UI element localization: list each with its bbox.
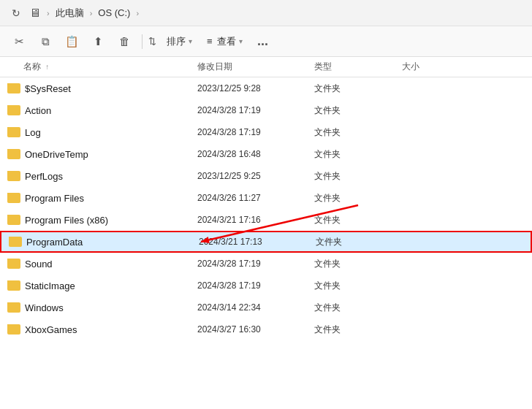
sort-up-icon: ⇅ bbox=[148, 36, 156, 47]
file-type-cell: 文件夹 bbox=[314, 280, 402, 292]
back-icon[interactable]: ↻ bbox=[9, 6, 23, 20]
file-date-cell: 2024/3/28 17:19 bbox=[197, 105, 314, 115]
breadcrumb: › 此电脑 › OS (C:) › bbox=[47, 5, 139, 21]
paste-btn[interactable]: 📋 bbox=[60, 31, 83, 53]
file-date-cell: 2023/12/25 9:25 bbox=[197, 171, 314, 181]
table-row[interactable]: Windows 2024/3/14 22:34 文件夹 bbox=[0, 297, 532, 318]
file-date-cell: 2023/12/25 9:28 bbox=[197, 83, 314, 93]
more-btn[interactable]: ... bbox=[251, 31, 275, 53]
folder-icon bbox=[7, 259, 20, 269]
table-row[interactable]: ProgramData 2024/3/21 17:13 文件夹 bbox=[0, 231, 532, 253]
folder-icon bbox=[7, 280, 20, 291]
file-type-cell: 文件夹 bbox=[314, 302, 402, 314]
breadcrumb-this-pc[interactable]: 此电脑 bbox=[53, 5, 87, 21]
folder-icon bbox=[7, 105, 20, 115]
file-type-cell: 文件夹 bbox=[314, 148, 402, 161]
file-date-cell: 2024/3/28 16:48 bbox=[197, 149, 314, 159]
file-name-cell: PerfLogs bbox=[7, 171, 197, 182]
file-type-cell: 文件夹 bbox=[314, 214, 402, 226]
column-header: 名称 ↑ 修改日期 类型 大小 bbox=[0, 57, 532, 77]
toolbar: ✂ ⧉ 📋 ⬆ 🗑 ⇅ 排序 ▾ ≡ 查看 ▾ ... bbox=[0, 26, 532, 57]
table-row[interactable]: $SysReset 2023/12/25 9:28 文件夹 bbox=[0, 77, 532, 99]
col-size-header[interactable]: 大小 bbox=[402, 61, 460, 73]
folder-icon bbox=[7, 171, 20, 181]
table-row[interactable]: Action 2024/3/28 17:19 文件夹 bbox=[0, 99, 532, 121]
col-name-header[interactable]: 名称 ↑ bbox=[7, 61, 197, 73]
file-name-cell: ProgramData bbox=[9, 237, 199, 248]
folder-icon bbox=[7, 302, 20, 313]
file-name-cell: Windows bbox=[7, 302, 197, 313]
file-type-cell: 文件夹 bbox=[314, 104, 402, 117]
folder-icon bbox=[7, 83, 20, 93]
file-type-cell: 文件夹 bbox=[314, 170, 402, 183]
folder-icon bbox=[7, 193, 20, 203]
file-name-cell: Log bbox=[7, 127, 197, 138]
col-type-header[interactable]: 类型 bbox=[314, 61, 402, 73]
file-date-cell: 2024/3/21 17:16 bbox=[197, 215, 314, 225]
file-type-cell: 文件夹 bbox=[314, 192, 402, 204]
folder-icon bbox=[7, 127, 20, 137]
table-row[interactable]: Sound 2024/3/28 17:19 文件夹 bbox=[0, 253, 532, 275]
file-date-cell: 2024/3/21 17:13 bbox=[199, 237, 316, 247]
file-type-cell: 文件夹 bbox=[316, 236, 403, 248]
table-row[interactable]: XboxGames 2024/3/27 16:30 文件夹 bbox=[0, 318, 532, 340]
col-date-header[interactable]: 修改日期 bbox=[197, 61, 314, 73]
file-date-cell: 2024/3/26 11:27 bbox=[197, 193, 314, 203]
file-type-cell: 文件夹 bbox=[314, 126, 402, 139]
table-row[interactable]: PerfLogs 2023/12/25 9:25 文件夹 bbox=[0, 165, 532, 187]
file-name-cell: XboxGames bbox=[7, 324, 197, 335]
folder-icon bbox=[7, 149, 20, 159]
sort-btn[interactable]: 排序 ▾ bbox=[161, 32, 198, 51]
file-name-cell: $SysReset bbox=[7, 83, 197, 94]
file-date-cell: 2024/3/14 22:34 bbox=[197, 302, 314, 313]
file-name-cell: Program Files bbox=[7, 193, 197, 204]
copy-btn[interactable]: ⧉ bbox=[34, 31, 57, 53]
folder-icon bbox=[7, 324, 20, 335]
file-name-cell: StaticImage bbox=[7, 280, 197, 291]
delete-btn[interactable]: 🗑 bbox=[113, 31, 136, 53]
file-type-cell: 文件夹 bbox=[314, 83, 402, 95]
table-row[interactable]: Log 2024/3/28 17:19 文件夹 bbox=[0, 121, 532, 143]
file-list: $SysReset 2023/12/25 9:28 文件夹 Action 202… bbox=[0, 77, 532, 409]
table-row[interactable]: StaticImage 2024/3/28 17:19 文件夹 bbox=[0, 275, 532, 297]
table-row[interactable]: Program Files (x86) 2024/3/21 17:16 文件夹 bbox=[0, 209, 532, 231]
file-name-cell: OneDriveTemp bbox=[7, 149, 197, 160]
share-btn[interactable]: ⬆ bbox=[86, 31, 110, 53]
file-date-cell: 2024/3/28 17:19 bbox=[197, 127, 314, 137]
table-row[interactable]: OneDriveTemp 2024/3/28 16:48 文件夹 bbox=[0, 143, 532, 165]
folder-icon bbox=[9, 237, 22, 247]
file-name-cell: Program Files (x86) bbox=[7, 215, 197, 226]
file-type-cell: 文件夹 bbox=[314, 258, 402, 270]
file-type-cell: 文件夹 bbox=[314, 324, 402, 336]
file-name-cell: Sound bbox=[7, 259, 197, 270]
table-row[interactable]: Program Files 2024/3/26 11:27 文件夹 bbox=[0, 187, 532, 209]
file-date-cell: 2024/3/28 17:19 bbox=[197, 280, 314, 291]
file-date-cell: 2024/3/28 17:19 bbox=[197, 259, 314, 269]
folder-icon bbox=[7, 215, 20, 225]
title-bar: ↻ 🖥 › 此电脑 › OS (C:) › bbox=[0, 0, 532, 26]
file-name-cell: Action bbox=[7, 105, 197, 116]
cut-btn[interactable]: ✂ bbox=[7, 31, 31, 53]
monitor-icon: 🖥 bbox=[28, 6, 42, 20]
file-date-cell: 2024/3/27 16:30 bbox=[197, 324, 314, 335]
breadcrumb-os-c[interactable]: OS (C:) bbox=[95, 6, 133, 20]
view-btn[interactable]: ≡ 查看 ▾ bbox=[201, 32, 248, 51]
